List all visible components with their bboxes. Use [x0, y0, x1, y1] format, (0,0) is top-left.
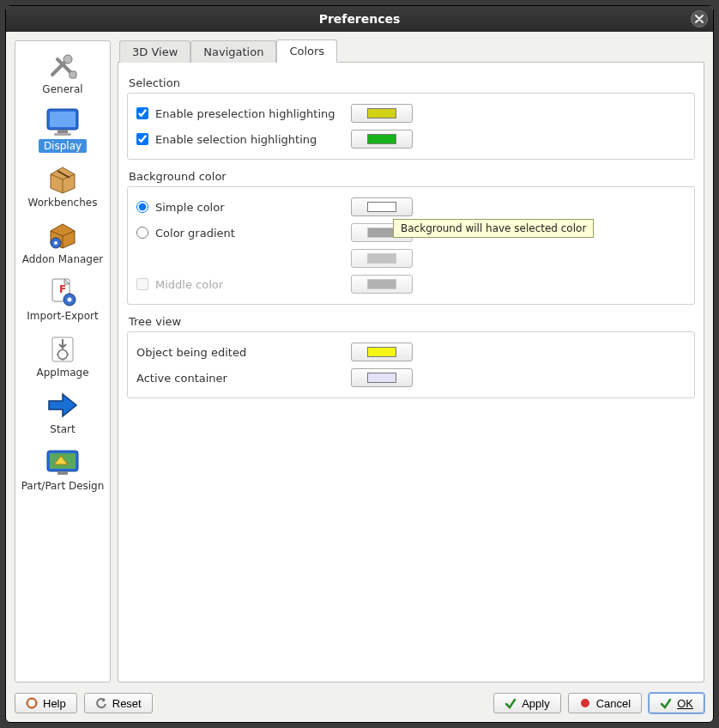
- apply-button[interactable]: Apply: [493, 693, 561, 713]
- tab-colors[interactable]: Colors: [276, 39, 337, 63]
- category-general[interactable]: General: [17, 45, 108, 98]
- category-display[interactable]: Display: [17, 101, 108, 155]
- category-sidebar: General Display Workbenches: [15, 40, 111, 682]
- svg-rect-1: [69, 71, 76, 78]
- selection-color-button[interactable]: [351, 130, 413, 149]
- svg-point-23: [581, 699, 589, 707]
- reset-button[interactable]: Reset: [84, 693, 153, 713]
- svg-rect-3: [50, 112, 76, 127]
- check-icon: [505, 697, 517, 709]
- import-export-icon: F: [45, 276, 80, 308]
- category-label: Start: [45, 422, 80, 436]
- cancel-button[interactable]: Cancel: [568, 693, 642, 713]
- gradient-radio-label[interactable]: Color gradient: [136, 227, 342, 240]
- category-label: AppImage: [31, 366, 94, 379]
- selection-checkbox[interactable]: [136, 133, 148, 145]
- simple-color-button[interactable]: [351, 197, 413, 216]
- middle-color-checkbox-label: Middle color: [136, 278, 342, 291]
- category-label: Addon Manager: [17, 252, 109, 266]
- svg-point-7: [54, 241, 57, 245]
- arrow-right-icon: [44, 389, 82, 422]
- tab-3d-view[interactable]: 3D View: [119, 40, 190, 63]
- category-label: Workbenches: [23, 196, 103, 209]
- footer: Help Reset Apply Cancel OK: [6, 691, 713, 722]
- category-label: General: [37, 82, 88, 96]
- color-swatch: [367, 253, 396, 264]
- box-gear-icon: [44, 219, 82, 252]
- help-icon: [26, 697, 38, 709]
- group-selection: Enable preselection highlighting Enable …: [127, 93, 695, 160]
- window-title: Preferences: [319, 12, 401, 26]
- ok-icon: [660, 697, 672, 709]
- appimage-icon: [45, 332, 80, 365]
- group-label-background: Background color: [129, 170, 695, 183]
- color-swatch: [367, 108, 396, 118]
- selection-checkbox-label[interactable]: Enable selection highlighting: [136, 133, 342, 146]
- color-swatch: [367, 373, 396, 383]
- active-container-color-button[interactable]: [351, 368, 413, 387]
- category-workbenches[interactable]: Workbenches: [17, 158, 108, 211]
- svg-rect-5: [54, 133, 71, 136]
- gradient-radio[interactable]: [136, 227, 148, 239]
- box-closed-icon: [45, 162, 80, 195]
- category-appimage[interactable]: AppImage: [17, 328, 108, 381]
- svg-rect-4: [57, 130, 68, 133]
- preselection-checkbox-label[interactable]: Enable preselection highlighting: [136, 107, 342, 120]
- preselection-color-button[interactable]: [351, 104, 413, 123]
- tab-navigation[interactable]: Navigation: [190, 40, 276, 63]
- group-background: Simple color Color gradient: [127, 186, 695, 305]
- svg-point-11: [68, 298, 72, 302]
- titlebar: Preferences: [6, 6, 713, 32]
- middle-color-button: [351, 275, 413, 294]
- color-swatch: [367, 347, 396, 357]
- svg-point-0: [63, 55, 72, 64]
- simple-color-radio-label[interactable]: Simple color: [136, 201, 342, 214]
- tooltip: Background will have selected color: [393, 219, 594, 238]
- group-label-selection: Selection: [129, 76, 695, 89]
- middle-color-checkbox: [136, 278, 148, 290]
- gradient-bottom-color-button: [351, 249, 413, 268]
- object-edited-color-button[interactable]: [351, 343, 413, 361]
- content-area: General Display Workbenches: [6, 32, 713, 691]
- category-import-export[interactable]: F Import-Export: [17, 271, 108, 325]
- category-start[interactable]: Start: [17, 385, 108, 438]
- part-design-icon: [44, 446, 82, 478]
- color-swatch: [367, 134, 396, 144]
- window-close-button[interactable]: [691, 10, 708, 27]
- object-edited-label: Object being edited: [136, 346, 342, 359]
- cancel-icon: [579, 697, 591, 709]
- group-treeview: Object being edited Active container: [127, 331, 695, 398]
- color-swatch: [367, 279, 396, 289]
- svg-rect-20: [57, 471, 68, 475]
- category-label: Display: [39, 139, 87, 153]
- tab-content: Selection Enable preselection highlighti…: [118, 63, 704, 682]
- svg-point-22: [28, 700, 35, 707]
- monitor-icon: [44, 106, 82, 138]
- category-label: Import-Export: [21, 309, 103, 323]
- category-part-design[interactable]: Part/Part Design: [17, 441, 108, 494]
- tab-bar: 3D View Navigation Colors: [118, 40, 704, 63]
- preselection-checkbox[interactable]: [136, 107, 148, 119]
- close-icon: [695, 15, 704, 23]
- svg-text:F: F: [59, 283, 66, 295]
- tools-icon: [45, 49, 80, 82]
- category-label: Part/Part Design: [16, 479, 110, 493]
- active-container-label: Active container: [136, 372, 342, 385]
- preferences-window: Preferences General: [5, 5, 714, 723]
- color-swatch: [367, 202, 396, 212]
- color-swatch: [367, 228, 396, 238]
- main-panel: 3D View Navigation Colors Selection Enab…: [118, 40, 704, 682]
- help-button[interactable]: Help: [15, 693, 77, 713]
- group-label-treeview: Tree view: [129, 315, 695, 328]
- reset-icon: [95, 697, 107, 709]
- ok-button[interactable]: OK: [649, 693, 704, 713]
- category-addon-manager[interactable]: Addon Manager: [17, 215, 108, 268]
- simple-color-radio[interactable]: [136, 201, 148, 213]
